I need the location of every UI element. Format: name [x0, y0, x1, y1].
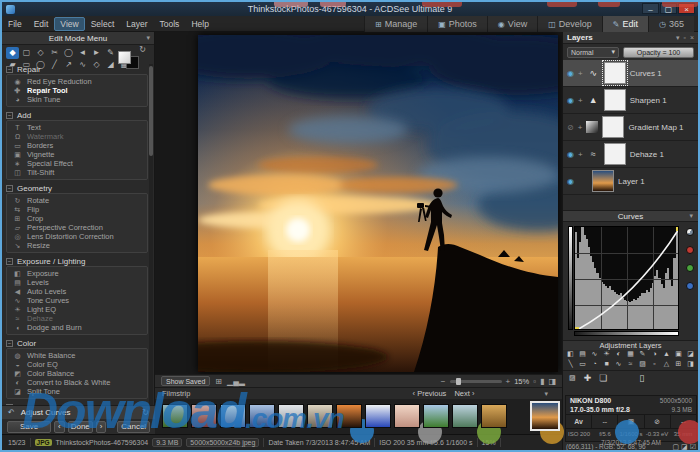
swap-colors-icon[interactable]: ↻: [139, 45, 146, 54]
tool-item-red-eye-reduction[interactable]: ◉Red Eye Reduction: [13, 77, 147, 86]
tone-curve[interactable]: [575, 227, 679, 330]
collapse-icon[interactable]: −: [6, 340, 13, 347]
panel-pin-icon[interactable]: ▫: [683, 34, 685, 42]
adjustment-icon[interactable]: △: [662, 360, 671, 370]
thumbnail[interactable]: [423, 404, 449, 428]
visibility-eye-off-icon[interactable]: ⊘: [567, 123, 574, 132]
edited-icon[interactable]: ◪: [681, 443, 688, 451]
blue-channel-dot[interactable]: [686, 282, 694, 290]
tool-item-exposure[interactable]: ◧Exposure: [13, 269, 147, 278]
menu-layer[interactable]: Layer: [120, 17, 153, 31]
menu-select[interactable]: Select: [85, 17, 121, 31]
section-title[interactable]: −Add: [6, 110, 148, 120]
tab-manage[interactable]: ⊞Manage: [364, 16, 427, 32]
tool-item-color-eq[interactable]: ◒Color EQ: [13, 360, 147, 369]
tool-item-auto-levels[interactable]: ◀Auto Levels: [13, 287, 147, 296]
undo-icon[interactable]: ↶: [8, 408, 15, 417]
tool-item-tone-curves[interactable]: ∿Tone Curves: [13, 296, 147, 305]
duplicate-layer-icon[interactable]: ❏: [599, 373, 607, 383]
layer-image-thumbnail[interactable]: [592, 170, 614, 192]
previous-image-button[interactable]: ‹: [54, 421, 65, 433]
layer-row-sharpen[interactable]: ◉ + ▲ Sharpen 1: [563, 87, 698, 114]
tool-item-flip[interactable]: ⇆Flip: [13, 205, 147, 214]
reset-icon[interactable]: ↻: [142, 408, 149, 417]
adjustment-icon[interactable]: ☀: [602, 350, 611, 360]
layer-mask-thumbnail[interactable]: [604, 143, 626, 165]
marquee-tool[interactable]: ▢: [20, 47, 33, 59]
tool-item-special-effect[interactable]: ∗Special Effect: [13, 159, 147, 168]
show-saved-button[interactable]: Show Saved: [161, 376, 210, 386]
eyedropper-tool[interactable]: ✎: [104, 47, 117, 59]
visibility-eye-icon[interactable]: ◉: [567, 150, 574, 159]
tool-item-borders[interactable]: ▭Borders: [13, 141, 147, 150]
expand-icon[interactable]: +: [578, 123, 583, 132]
tool-item-color-balance[interactable]: ◩Color Balance: [13, 369, 147, 378]
foreground-color-swatch[interactable]: [118, 51, 131, 64]
pan-lock-icon[interactable]: ◨: [548, 377, 556, 386]
adjustment-icon[interactable]: ▫: [650, 360, 659, 370]
tool-item-repair-tool[interactable]: ✚Repair Tool: [13, 86, 147, 95]
ellipse-select-tool[interactable]: ◯: [62, 47, 75, 59]
adjustment-icon[interactable]: ▨: [638, 360, 647, 370]
thumbnail[interactable]: [336, 404, 362, 428]
thumbnail[interactable]: [307, 404, 333, 428]
minimize-button[interactable]: –: [642, 3, 659, 14]
close-button[interactable]: ×: [678, 3, 695, 14]
thumbnail[interactable]: [191, 404, 217, 428]
adjustment-icon[interactable]: ╲: [566, 360, 575, 370]
thumbnail-selected[interactable]: [530, 401, 560, 431]
done-button[interactable]: Done: [68, 421, 93, 433]
photo-sunset-photographer[interactable]: [198, 35, 558, 372]
curves-panel-header[interactable]: Curves ▾: [563, 210, 698, 222]
menu-file[interactable]: File: [2, 17, 28, 31]
adjustment-icon[interactable]: ✎: [638, 350, 647, 360]
visibility-eye-icon[interactable]: ◉: [567, 177, 574, 186]
pointer-tool[interactable]: ►: [90, 47, 103, 59]
previous-button[interactable]: ‹ Previous: [413, 389, 447, 398]
tab-365[interactable]: ◷365: [648, 16, 694, 32]
collapse-icon[interactable]: −: [6, 112, 13, 119]
menu-edit[interactable]: Edit: [28, 17, 55, 31]
thumbnail[interactable]: [365, 404, 391, 428]
visibility-eye-icon[interactable]: ◉: [567, 96, 574, 105]
tool-item-light-eq[interactable]: ☀Light EQ: [13, 305, 147, 314]
actual-size-icon[interactable]: ▫: [533, 377, 536, 386]
tool-item-split-tone[interactable]: ◪Split Tone: [13, 387, 147, 396]
tool-item-resize[interactable]: ↘Resize: [13, 241, 147, 250]
scrollbar-thumb[interactable]: [149, 66, 153, 156]
left-panel-scrollbar[interactable]: [149, 64, 153, 432]
split-view-icon[interactable]: ⊞: [215, 377, 222, 386]
section-title[interactable]: −Exposure / Lighting: [6, 256, 148, 266]
expand-icon[interactable]: +: [578, 69, 583, 78]
menu-view[interactable]: View: [54, 17, 84, 31]
adjustment-icon[interactable]: ■: [602, 360, 611, 370]
tab-develop[interactable]: ◫Develop: [537, 16, 602, 32]
adjustment-icon[interactable]: ≈: [626, 360, 635, 370]
add-layer-icon[interactable]: ✚: [584, 373, 592, 383]
menu-tools[interactable]: Tools: [154, 17, 186, 31]
layer-mask-thumbnail[interactable]: [604, 62, 626, 84]
mask-icon[interactable]: ▨: [569, 374, 576, 382]
adjustment-icon[interactable]: ▦: [626, 350, 635, 360]
collapse-icon[interactable]: −: [6, 258, 13, 265]
tool-item-vignette[interactable]: ▣Vignette: [13, 150, 147, 159]
save-button[interactable]: Save: [7, 421, 51, 433]
zoom-in-icon[interactable]: +: [506, 377, 511, 386]
panel-collapse-icon[interactable]: ▾: [676, 34, 680, 42]
tab-photos[interactable]: ▣Photos: [427, 16, 487, 32]
delete-layer-icon[interactable]: ▯: [639, 373, 644, 383]
adjustment-icon[interactable]: ⊞: [674, 360, 683, 370]
layer-mask-thumbnail[interactable]: [604, 89, 626, 111]
thumbnail[interactable]: [481, 404, 507, 428]
tab-edit[interactable]: ✎Edit: [602, 16, 648, 32]
maximize-button[interactable]: ▢: [660, 3, 677, 14]
fit-image-icon[interactable]: ▮: [540, 377, 544, 386]
rgb-channel-dot[interactable]: [686, 228, 694, 236]
expand-icon[interactable]: +: [578, 150, 583, 159]
collapse-icon[interactable]: −: [6, 185, 13, 192]
section-title[interactable]: −Repair: [6, 64, 148, 74]
tool-item-skin-tune[interactable]: ◕Skin Tune: [13, 95, 147, 104]
layer-row-base[interactable]: ◉ Layer 1: [563, 168, 698, 195]
adjustment-icon[interactable]: ▤: [578, 350, 587, 360]
menu-help[interactable]: Help: [185, 17, 214, 31]
